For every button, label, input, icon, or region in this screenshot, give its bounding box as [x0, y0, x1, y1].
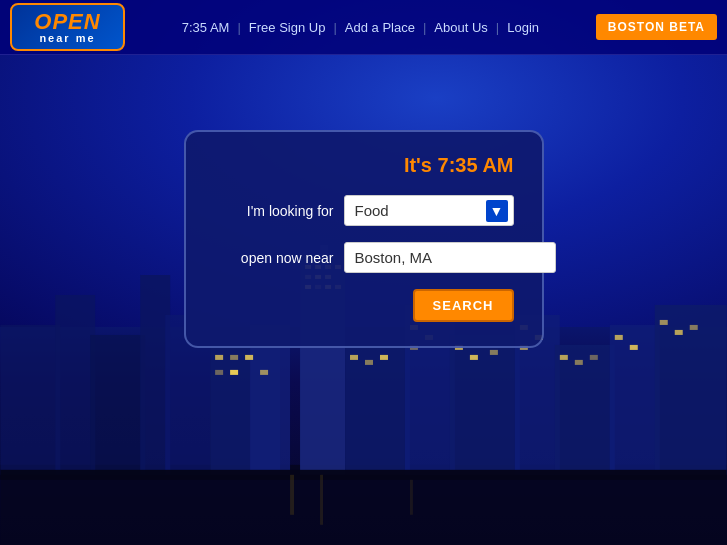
svg-rect-54	[0, 470, 726, 480]
svg-rect-51	[660, 320, 668, 325]
near-label: open now near	[214, 250, 344, 266]
nav-add-place[interactable]: Add a Place	[341, 18, 419, 37]
nav-sep-4: |	[496, 20, 499, 35]
logo-near-me-text: near me	[39, 33, 95, 44]
nav-login[interactable]: Login	[503, 18, 543, 37]
current-time-label: It's 7:35 AM	[214, 154, 514, 177]
nav-sep-3: |	[423, 20, 426, 35]
svg-rect-3	[90, 335, 145, 475]
svg-rect-56	[320, 475, 323, 525]
boston-beta-button[interactable]: BOSTON BETA	[596, 14, 717, 40]
search-panel: It's 7:35 AM I'm looking for Food Bars C…	[184, 130, 544, 348]
nav-bar: 7:35 AM | Free Sign Up | Add a Place | A…	[125, 18, 596, 37]
svg-rect-46	[560, 355, 568, 360]
svg-rect-25	[555, 345, 615, 475]
category-row: I'm looking for Food Bars Coffee Stores …	[214, 195, 514, 226]
svg-rect-34	[350, 355, 358, 360]
svg-rect-55	[290, 475, 294, 515]
svg-rect-21	[345, 345, 410, 475]
svg-rect-48	[590, 355, 598, 360]
nav-sep-1: |	[237, 20, 240, 35]
svg-rect-27	[655, 305, 727, 475]
svg-rect-47	[575, 360, 583, 365]
svg-rect-32	[230, 370, 238, 375]
svg-rect-53	[690, 325, 698, 330]
svg-rect-57	[410, 480, 413, 515]
svg-rect-29	[230, 355, 238, 360]
looking-for-label: I'm looking for	[214, 203, 344, 219]
svg-rect-50	[630, 345, 638, 350]
svg-rect-36	[380, 355, 388, 360]
svg-rect-33	[260, 370, 268, 375]
location-input[interactable]	[344, 242, 556, 273]
logo[interactable]: OPEN near me	[10, 3, 125, 51]
category-select-wrapper: Food Bars Coffee Stores Entertainment Se…	[344, 195, 514, 226]
search-button-row: SEARCH	[214, 289, 514, 322]
svg-rect-30	[245, 355, 253, 360]
nav-sep-2: |	[333, 20, 336, 35]
svg-rect-42	[490, 350, 498, 355]
category-select[interactable]: Food Bars Coffee Stores Entertainment Se…	[344, 195, 514, 226]
svg-rect-31	[215, 370, 223, 375]
svg-rect-41	[470, 355, 478, 360]
svg-rect-2	[55, 295, 95, 475]
svg-rect-52	[675, 330, 683, 335]
search-button[interactable]: SEARCH	[413, 289, 514, 322]
location-row: open now near	[214, 242, 514, 273]
svg-rect-35	[365, 360, 373, 365]
svg-rect-49	[615, 335, 623, 340]
svg-rect-23	[450, 335, 520, 475]
nav-time: 7:35 AM	[178, 18, 234, 37]
svg-rect-28	[215, 355, 223, 360]
svg-rect-1	[0, 325, 60, 475]
header: OPEN near me 7:35 AM | Free Sign Up | Ad…	[0, 0, 727, 55]
logo-open-text: OPEN	[34, 11, 100, 33]
nav-about-us[interactable]: About Us	[430, 18, 491, 37]
nav-free-signup[interactable]: Free Sign Up	[245, 18, 330, 37]
